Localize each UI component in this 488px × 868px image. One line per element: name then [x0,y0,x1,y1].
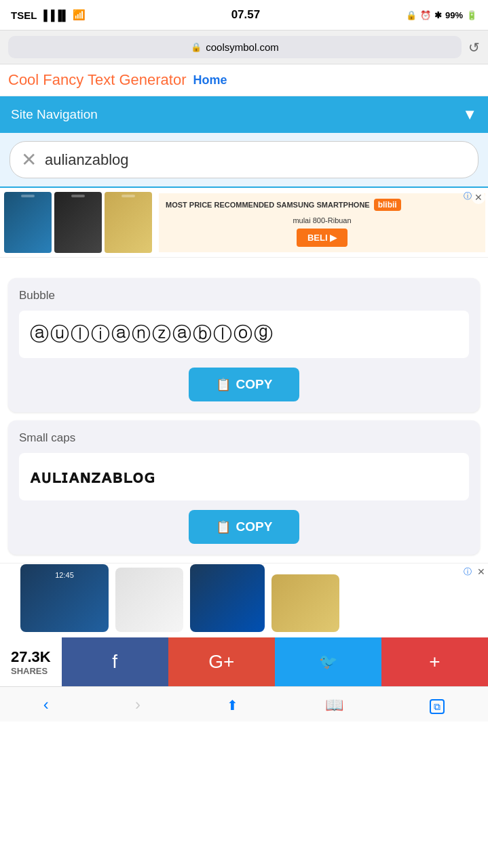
ad-price: mulai 800-Ribuan [293,216,351,224]
facebook-share-button[interactable]: f [62,637,168,686]
phone-black [54,192,102,253]
back-button[interactable]: ‹ [30,690,62,719]
search-box: ✕ aulianzablog [0,133,488,188]
ad-brand-row: MOST PRICE RECOMMENDED SAMSUNG SMARTPHON… [166,199,478,211]
twitter-icon: 🐦 [319,653,337,671]
signal-icon: ▐▐▐▌ [40,9,69,21]
share-icon: ⬆ [227,698,238,713]
battery-text: 99% [445,10,463,20]
navigation-bar[interactable]: Site Navigation ▼ [0,96,488,133]
share-label: SHARES [11,666,51,676]
back-icon: ‹ [43,695,49,713]
ad-title-text: MOST PRICE RECOMMENDED SAMSUNG SMARTPHON… [166,201,370,209]
search-input[interactable]: aulianzablog [45,151,467,169]
copy-icon-2: 📋 [216,519,231,534]
ad-price-row: mulai 800-Ribuan [166,214,478,226]
smallcaps-label: Small caps [19,431,469,445]
smallcaps-copy-label: COPY [236,519,273,534]
site-header: Cool Fancy Text Generator Home [0,64,488,96]
smallcaps-text-box: ᴀᴜʟɪᴀɴᴢᴀʙʟᴏɢ [19,453,469,500]
bubble-card: Bubble ⓐⓤⓛⓘⓐⓝⓩⓐⓑⓛⓞⓖ 📋 COPY [8,278,480,412]
ad-cta-row[interactable]: BELI ▶ [166,226,478,247]
share-button[interactable]: ⬆ [213,690,252,719]
ad-phone-images [0,192,156,253]
tabs-button[interactable]: ⧉ [416,690,458,719]
bottom-phone1 [20,564,109,632]
twitter-share-button[interactable]: 🐦 [275,637,381,686]
share-count-area: 27.3K SHARES [0,637,62,686]
bubble-text: ⓐⓤⓛⓘⓐⓝⓩⓐⓑⓛⓞⓖ [30,321,274,347]
url-input[interactable]: 🔒 coolsymbol.com [8,36,462,58]
home-link[interactable]: Home [193,73,227,87]
lock-icon: 🔒 [191,42,202,52]
googleplus-icon: G+ [208,651,234,673]
bottom-phone4 [271,574,339,632]
plus-icon: + [429,651,440,673]
spacer [0,258,488,278]
status-time: 07.57 [231,8,261,22]
nav-label: Site Navigation [11,107,98,122]
bottom-ad: ⓘ ✕ [0,563,488,637]
bluetooth-icon: ✱ [434,10,442,20]
blibli-logo: blibii [374,199,401,211]
smallcaps-copy-button[interactable]: 📋 COPY [189,510,300,544]
lock-screen-icon: 🔒 [406,10,417,20]
bubble-copy-label: COPY [236,377,273,392]
ad-cta-button[interactable]: BELI ▶ [297,229,348,247]
bubble-text-box: ⓐⓤⓛⓘⓐⓝⓩⓐⓑⓛⓞⓖ [19,311,469,358]
bubble-label: Bubble [19,289,469,302]
bottom-phone2 [115,568,183,632]
status-bar: TSEL ▐▐▐▌ 📶 07.57 🔒 ⏰ ✱ 99% 🔋 [0,0,488,30]
bookmarks-icon: 📖 [325,696,343,713]
battery-icon: 🔋 [466,10,477,20]
phone-blue [4,192,52,253]
tabs-icon: ⧉ [430,699,445,714]
ad-info-icon[interactable]: ⓘ [464,191,472,202]
bubble-copy-button[interactable]: 📋 COPY [189,368,300,401]
copy-icon: 📋 [216,377,231,392]
bookmarks-button[interactable]: 📖 [312,690,357,719]
chevron-down-icon: ▼ [462,106,477,123]
smallcaps-text: ᴀᴜʟɪᴀɴᴢᴀʙʟᴏɢ [30,467,155,488]
share-bar: 27.3K SHARES f G+ 🐦 + [0,637,488,686]
bottom-phone3 [190,564,265,632]
googleplus-share-button[interactable]: G+ [168,637,275,686]
search-input-wrapper[interactable]: ✕ aulianzablog [10,141,478,178]
status-left: TSEL ▐▐▐▌ 📶 [11,9,86,21]
forward-button[interactable]: › [121,690,154,719]
url-text: coolsymbol.com [206,41,279,53]
bottom-nav: ‹ › ⬆ 📖 ⧉ [0,686,488,722]
ad-close-icon[interactable]: ✕ [472,191,485,204]
facebook-icon: f [112,651,117,673]
site-title: Cool Fancy Text Generator [8,71,187,89]
alarm-icon: ⏰ [420,10,431,20]
bottom-ad-close-icon[interactable]: ✕ [477,566,485,577]
clear-icon[interactable]: ✕ [21,149,37,171]
ad-banner: MOST PRICE RECOMMENDED SAMSUNG SMARTPHON… [0,188,488,258]
bottom-ad-info-icon[interactable]: ⓘ [464,566,472,578]
smallcaps-card: Small caps ᴀᴜʟɪᴀɴᴢᴀʙʟᴏɢ 📋 COPY [8,420,480,555]
status-right: 🔒 ⏰ ✱ 99% 🔋 [406,10,477,20]
more-share-button[interactable]: + [381,637,488,686]
share-number: 27.3K [11,648,51,666]
carrier: TSEL [11,9,37,21]
forward-icon: › [135,695,140,713]
phone-gold [105,192,152,253]
address-bar: 🔒 coolsymbol.com ↺ [0,30,488,64]
reload-button[interactable]: ↺ [468,39,480,56]
ad-content[interactable]: MOST PRICE RECOMMENDED SAMSUNG SMARTPHON… [159,193,485,252]
wifi-icon: 📶 [73,9,86,21]
